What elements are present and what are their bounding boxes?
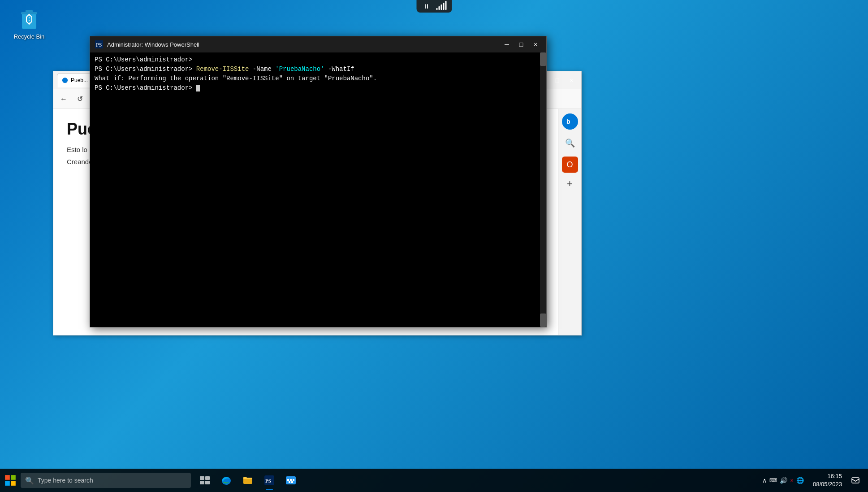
taskbar-pinned-icons: PS: [194, 469, 301, 492]
windows-logo-icon: [4, 475, 16, 486]
svg-rect-23: [293, 479, 294, 481]
clock-date: 08/05/2023: [813, 480, 842, 488]
ps-line-2: PS C:\Users\administrador> Remove-IISSit…: [95, 65, 542, 74]
svg-rect-15: [205, 481, 210, 484]
svg-text:PS: PS: [96, 42, 102, 48]
svg-rect-11: [11, 481, 16, 486]
powershell-content[interactable]: PS C:\Users\administrador> PS C:\Users\a…: [90, 52, 546, 327]
browser-refresh-button[interactable]: ↺: [73, 92, 86, 106]
powershell-title: Administrator: Windows PowerShell: [107, 41, 497, 48]
browser-back-button[interactable]: ←: [57, 92, 70, 106]
taskbar-search-text: Type here to search: [38, 477, 93, 484]
edge-favicon: [62, 77, 68, 83]
powershell-window-controls: ─ □ ×: [501, 39, 542, 49]
notification-center-button[interactable]: [847, 469, 864, 492]
powershell-taskbar-button[interactable]: PS: [259, 469, 280, 492]
ps-maximize-button[interactable]: □: [515, 39, 527, 49]
browser-close-button[interactable]: ×: [565, 75, 578, 85]
tray-network-icon[interactable]: 🌐: [796, 477, 804, 484]
task-view-button[interactable]: [194, 469, 215, 492]
signal-icon: [436, 3, 446, 10]
desktop: ⏸ Recycle Bin: [0, 0, 868, 492]
edge-taskbar-button[interactable]: [216, 469, 237, 492]
search-sidebar-button[interactable]: 🔍: [562, 135, 578, 151]
ps-line-1: PS C:\Users\administrador>: [95, 55, 542, 65]
start-button[interactable]: [0, 469, 21, 492]
powershell-titlebar: PS Administrator: Windows PowerShell ─ □…: [90, 36, 546, 52]
clock-time: 16:15: [813, 472, 842, 480]
svg-rect-13: [205, 476, 210, 480]
ps-scrollbar[interactable]: [540, 52, 546, 327]
taskbar-search-icon: 🔍: [25, 476, 34, 485]
system-clock[interactable]: 16:15 08/05/2023: [809, 472, 846, 488]
browser-maximize-button[interactable]: □: [551, 75, 563, 85]
ps-line-3: What if: Performing the operation "Remov…: [95, 74, 542, 83]
tray-keyboard-icon[interactable]: ⌨: [769, 477, 777, 483]
ps-scrollbar-bottom-thumb[interactable]: [540, 313, 546, 327]
recycle-bin-label: Recycle Bin: [14, 33, 45, 41]
svg-rect-9: [11, 475, 16, 480]
svg-rect-24: [289, 481, 290, 483]
office-sidebar-button[interactable]: O: [562, 157, 578, 173]
pause-button[interactable]: ⏸: [422, 1, 432, 11]
svg-rect-8: [5, 475, 10, 480]
browser-right-sidebar: b 🔍 O +: [558, 109, 581, 335]
powershell-icon: PS: [95, 40, 104, 49]
powershell-window: PS Administrator: Windows PowerShell ─ □…: [90, 36, 547, 327]
taskbar: 🔍 Type here to search: [0, 469, 868, 492]
svg-rect-26: [852, 478, 859, 483]
tray-icons: ∧ ⌨ 🔊 ✕ 🌐: [759, 477, 808, 484]
recycle-bin-svg: [17, 6, 41, 30]
svg-text:PS: PS: [265, 478, 271, 483]
edge-icon: [220, 475, 232, 486]
svg-rect-12: [200, 476, 204, 480]
powershell-taskbar-icon: PS: [263, 475, 275, 486]
recycle-bin-icon[interactable]: Recycle Bin: [9, 4, 49, 41]
bing-icon: b: [565, 117, 575, 126]
explorer-taskbar-button[interactable]: [238, 469, 258, 492]
add-sidebar-button[interactable]: +: [567, 178, 573, 190]
file-explorer-icon: [242, 475, 254, 486]
svg-rect-2: [26, 10, 33, 13]
docker-icon: [285, 475, 297, 486]
tray-hidden-icons[interactable]: ∧: [762, 477, 767, 484]
task-view-icon: [199, 475, 211, 486]
svg-rect-22: [290, 479, 292, 481]
svg-rect-25: [291, 481, 293, 483]
tray-speaker-icon[interactable]: 🔊: [780, 477, 787, 484]
svg-rect-21: [287, 479, 289, 481]
svg-point-4: [62, 78, 68, 83]
notification-icon: [851, 476, 860, 485]
svg-rect-10: [5, 481, 10, 486]
taskbar-search-bar[interactable]: 🔍 Type here to search: [21, 473, 191, 488]
system-tray: ∧ ⌨ 🔊 ✕ 🌐 16:15 08/05/2023: [759, 469, 868, 492]
ps-close-button[interactable]: ×: [529, 39, 542, 49]
browser-tab-label: Pueb...: [71, 77, 88, 83]
ps-minimize-button[interactable]: ─: [501, 39, 513, 49]
svg-text:b: b: [566, 118, 570, 125]
ps-scrollbar-thumb[interactable]: [540, 52, 546, 66]
tray-speaker-x-icon: ✕: [790, 478, 794, 483]
svg-rect-14: [200, 481, 204, 484]
bing-sidebar-button[interactable]: b: [562, 113, 578, 130]
top-media-bar: ⏸: [416, 0, 452, 13]
docker-taskbar-button[interactable]: [281, 469, 301, 492]
ps-line-4: PS C:\Users\administrador>: [95, 83, 542, 93]
